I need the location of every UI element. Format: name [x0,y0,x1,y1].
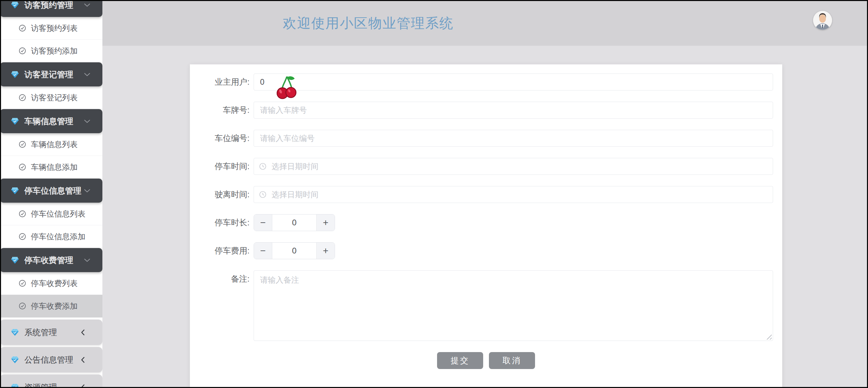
fee-value-input[interactable] [272,243,316,259]
page-title: 欢迎使用小区物业管理系统 [283,14,454,32]
fee-increase-button[interactable]: + [316,243,335,259]
leave-time-label: 驶离时间: [190,186,254,203]
diamond-icon [11,118,19,125]
form-row-fee: 停车费用: − + [190,242,782,259]
chevron-down-icon [84,189,90,192]
sidebar-item-visitor-appointment-list[interactable]: 访客预约列表 [0,17,102,40]
sidebar-item-visitor-appointment-add[interactable]: 访客预约添加 [0,40,102,62]
fee-decrease-button[interactable]: − [254,243,272,259]
diamond-icon [11,187,19,195]
fee-stepper: − + [254,242,335,259]
space-number-label: 车位编号: [190,130,254,147]
check-circle-icon [19,280,26,287]
sidebar-item-parking-space-info-list[interactable]: 停车位信息列表 [0,203,102,225]
diamond-icon [11,257,19,264]
check-circle-icon [19,163,26,171]
sidebar-group-label: 访客预约管理 [24,0,73,11]
sidebar-group-visitor-appointment[interactable]: 访客预约管理 [0,0,102,17]
user-avatar[interactable] [813,11,832,30]
sidebar-item-parking-fee-add[interactable]: 停车收费添加 [0,295,102,318]
form-row-leave-time: 驶离时间: [190,186,782,203]
form-row-owner-user: 业主用户: [190,74,782,90]
space-number-input[interactable] [254,130,773,147]
duration-increase-button[interactable]: + [316,215,335,231]
sidebar-item-vehicle-info-list[interactable]: 车辆信息列表 [0,133,102,156]
check-circle-icon [19,94,26,101]
chevron-down-icon [84,73,90,76]
owner-user-field[interactable] [254,74,773,90]
main-content: 业主用户: 车牌号: 车位编号: [102,46,868,388]
chevron-left-icon [81,384,85,388]
remark-label: 备注: [190,270,254,287]
chevron-left-icon [81,357,85,363]
form-row-remark: 备注: [190,270,782,341]
check-circle-icon [19,141,26,148]
chevron-down-icon [84,3,90,7]
form-row-park-time: 停车时间: [190,158,782,175]
diamond-icon [11,356,19,364]
form-row-space-number: 车位编号: [190,130,782,147]
sidebar-item-parking-fee-list[interactable]: 停车收费列表 [0,272,102,295]
sidebar-group-notice-info[interactable]: 公告信息管理 [0,347,102,372]
sidebar-group-resource-management[interactable]: 资源管理 [0,374,102,388]
clock-icon [259,163,267,170]
sidebar: 访客预约管理 访客预约列表 访客预约添加 访客登记管理 访客登记列表 车辆信息管… [0,0,102,388]
form-actions: 提交 取消 [190,352,782,369]
check-circle-icon [19,210,26,218]
diamond-icon [11,71,19,78]
fee-label: 停车费用: [190,242,254,259]
diamond-icon [11,329,19,336]
check-circle-icon [19,233,26,240]
sidebar-group-parking-fee[interactable]: 停车收费管理 [0,248,102,272]
duration-value-input[interactable] [272,215,316,231]
chevron-down-icon [84,120,90,123]
sidebar-group-vehicle-info[interactable]: 车辆信息管理 [0,109,102,133]
form-row-duration: 停车时长: − + [190,214,782,231]
chevron-down-icon [84,259,90,262]
owner-user-label: 业主用户: [190,74,254,90]
cancel-button[interactable]: 取消 [489,352,535,369]
diamond-icon [11,1,19,9]
diamond-icon [11,384,19,388]
park-time-picker[interactable] [254,158,773,175]
form-row-plate-number: 车牌号: [190,102,782,119]
top-header: 欢迎使用小区物业管理系统 [102,0,868,46]
duration-label: 停车时长: [190,214,254,231]
park-time-label: 停车时间: [190,158,254,175]
remark-textarea[interactable] [254,270,773,341]
sidebar-group-system-management[interactable]: 系统管理 [0,320,102,345]
form-card: 业主用户: 车牌号: 车位编号: [190,64,782,388]
sidebar-group-visitor-register[interactable]: 访客登记管理 [0,62,102,86]
sidebar-item-vehicle-info-add[interactable]: 车辆信息添加 [0,156,102,179]
app-root: 访客预约管理 访客预约列表 访客预约添加 访客登记管理 访客登记列表 车辆信息管… [0,0,868,388]
check-circle-icon [19,24,26,32]
plate-number-label: 车牌号: [190,102,254,119]
plate-number-input[interactable] [254,102,773,119]
check-circle-icon [19,302,26,310]
leave-time-picker[interactable] [254,186,773,203]
submit-button[interactable]: 提交 [437,352,483,369]
clock-icon [259,191,267,198]
sidebar-item-visitor-register-list[interactable]: 访客登记列表 [0,86,102,109]
duration-stepper: − + [254,214,335,231]
chevron-left-icon [81,329,85,335]
duration-decrease-button[interactable]: − [254,215,272,231]
sidebar-group-parking-space-info[interactable]: 停车位信息管理 [0,179,102,203]
sidebar-item-parking-space-info-add[interactable]: 停车位信息添加 [0,225,102,248]
user-photo [813,11,832,30]
parking-fee-add-form: 业主用户: 车牌号: 车位编号: [190,64,782,369]
check-circle-icon [19,47,26,55]
